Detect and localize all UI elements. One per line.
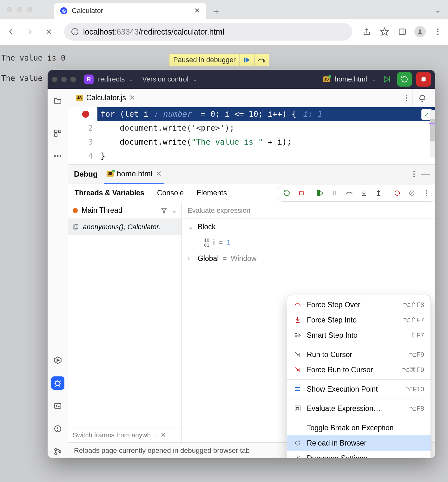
menu-smart-step-into[interactable]: Smart Step Into ⇧F7 — [287, 328, 431, 343]
menu-run-to-cursor[interactable]: Run to Cursor ⌥F9 — [287, 347, 431, 362]
scope-global-row[interactable]: › Global = Window — [182, 251, 435, 266]
more-tools-icon[interactable] — [51, 149, 64, 163]
debugger-step-button[interactable] — [254, 54, 269, 66]
resume-icon[interactable] — [315, 188, 326, 199]
address-bar[interactable]: localhost:63343/redirects/calculator.htm… — [64, 23, 352, 41]
menu-debugger-settings[interactable]: Debugger Settings › — [287, 451, 431, 458]
problems-tool-icon[interactable] — [51, 422, 64, 435]
ide-maximize-dot[interactable] — [70, 77, 76, 82]
notifications-icon[interactable] — [412, 89, 432, 107]
svg-marker-53 — [162, 208, 167, 213]
run-config-name[interactable]: home.html — [334, 75, 367, 83]
project-badge[interactable]: R — [84, 75, 94, 84]
debugger-resume-button[interactable] — [240, 54, 254, 66]
thread-row[interactable]: Main Thread ⌄ — [68, 202, 181, 219]
menu-toggle-break-exception[interactable]: Toggle Break on Exception — [287, 420, 431, 435]
browser-chrome: ◎ Calculator ✕ ＋ ⌄ localhost:63343/redir… — [0, 0, 448, 45]
new-tab-button[interactable]: ＋ — [209, 4, 223, 19]
bookmark-star-icon[interactable] — [379, 26, 390, 37]
maximize-window-dot[interactable] — [27, 7, 32, 12]
ide-minimize-dot[interactable] — [61, 77, 67, 82]
run-config-chevron-icon[interactable]: ⌄ — [372, 76, 376, 82]
menu-reload-in-browser[interactable]: Reload in Browser — [287, 435, 431, 451]
step-out-icon[interactable] — [373, 188, 384, 199]
thread-chevron-icon[interactable]: ⌄ — [171, 206, 177, 215]
profile-avatar-icon[interactable] — [414, 26, 426, 37]
stop-button[interactable] — [416, 72, 431, 87]
ide-close-dot[interactable] — [52, 77, 57, 82]
rerun-icon[interactable] — [281, 188, 292, 199]
debug-session-close-icon[interactable]: ✕ — [155, 169, 162, 178]
vcs-chevron-icon[interactable]: ⌄ — [193, 76, 197, 82]
site-info-icon[interactable] — [71, 28, 79, 36]
subtab-elements[interactable]: Elements — [190, 184, 233, 202]
mute-breakpoints-icon[interactable] — [406, 188, 417, 199]
debug-session-label: home.html — [117, 169, 152, 178]
svg-point-20 — [57, 155, 58, 157]
project-tool-icon[interactable] — [51, 94, 64, 107]
thread-filter-icon[interactable] — [161, 207, 167, 214]
debug-rerun-button[interactable] — [397, 72, 412, 87]
back-button[interactable] — [4, 25, 17, 38]
svg-point-47 — [395, 191, 400, 196]
code-text[interactable]: for (let i : number = 0; i <= 10; i++) {… — [97, 107, 435, 164]
menu-show-execution-point[interactable]: Show Execution Point ⌥F10 — [287, 381, 431, 397]
project-name[interactable]: redirects — [98, 75, 125, 83]
terminal-tool-icon[interactable] — [51, 399, 64, 413]
editor-tab-close-icon[interactable]: ✕ — [129, 94, 135, 102]
reload-button[interactable] — [43, 25, 55, 38]
step-into-icon[interactable] — [359, 188, 369, 199]
browser-menu-icon[interactable] — [432, 26, 444, 37]
services-tool-icon[interactable] — [51, 354, 64, 367]
svg-point-7 — [437, 29, 438, 30]
close-window-dot[interactable] — [7, 7, 12, 12]
debug-more-icon[interactable] — [413, 170, 415, 178]
editor-more-icon[interactable] — [400, 94, 412, 102]
browser-tab-title: Calculator — [72, 7, 190, 15]
code-editor[interactable]: · 2 3 4 for (let i : number = 0; i <= 10… — [68, 107, 435, 164]
menu-force-step-into[interactable]: Force Step Into ⌥⇧F7 — [287, 312, 431, 328]
evaluate-expression-input[interactable]: Evaluate expression — [182, 202, 435, 219]
close-hint-icon[interactable]: ✕ — [161, 431, 166, 439]
pause-icon[interactable] — [329, 188, 340, 199]
menu-evaluate-expression[interactable]: Evaluate Expression… ⌥F8 — [287, 401, 431, 416]
menu-force-step-over[interactable]: Force Step Over ⌥⇧F8 — [287, 297, 431, 312]
subtab-console[interactable]: Console — [151, 184, 190, 202]
tabs-overflow-chevron-icon[interactable]: ⌄ — [435, 6, 441, 15]
debug-more-actions-icon[interactable] — [421, 188, 432, 199]
variable-row[interactable]: 1001 i = 1 — [182, 235, 435, 251]
run-button[interactable] — [380, 73, 393, 86]
eval-placeholder: Evaluate expression — [188, 206, 250, 215]
breakpoint-icon[interactable]: · — [68, 107, 93, 121]
debug-title: Debug — [74, 170, 98, 179]
view-breakpoints-icon[interactable] — [392, 188, 403, 199]
scope-block-row[interactable]: ⌄ Block — [182, 219, 435, 235]
debug-session-tab[interactable]: JS home.html ✕ — [104, 165, 165, 184]
browser-tab-active[interactable]: ◎ Calculator ✕ — [54, 3, 206, 19]
minimize-window-dot[interactable] — [17, 7, 22, 12]
subtab-threads-variables[interactable]: Threads & Variables — [68, 184, 151, 202]
structure-tool-icon[interactable] — [51, 127, 64, 140]
step-over-icon[interactable] — [344, 188, 355, 199]
expand-chevron-icon[interactable]: › — [188, 254, 194, 263]
vcs-tool-icon[interactable] — [51, 445, 64, 458]
svg-marker-23 — [57, 359, 59, 362]
svg-point-70 — [296, 409, 297, 409]
vcs-widget[interactable]: Version control — [142, 75, 188, 83]
menu-force-run-to-cursor[interactable]: Force Run to Cursor ⌥⌘F9 — [287, 362, 431, 377]
project-chevron-icon[interactable]: ⌄ — [129, 76, 133, 82]
stack-frame-row[interactable]: anonymous(), Calculator. — [68, 219, 181, 235]
switch-frames-hint[interactable]: Switch frames from anywh… ✕ — [68, 427, 181, 442]
editor-scrollbar[interactable] — [430, 110, 435, 157]
tab-close-icon[interactable]: ✕ — [194, 7, 200, 15]
stack-frame-icon — [73, 224, 79, 230]
editor-tab-active[interactable]: JS Calculator.js ✕ — [72, 89, 139, 107]
debug-minimize-icon[interactable]: — — [421, 169, 430, 179]
expand-chevron-icon[interactable]: ⌄ — [188, 223, 194, 231]
editor-gutter[interactable]: · 2 3 4 — [68, 107, 97, 164]
debug-tool-icon[interactable] — [51, 376, 64, 390]
share-icon[interactable] — [361, 26, 372, 37]
forward-button[interactable] — [23, 25, 36, 38]
side-panel-icon[interactable] — [397, 26, 408, 37]
stop-icon[interactable] — [296, 188, 307, 199]
